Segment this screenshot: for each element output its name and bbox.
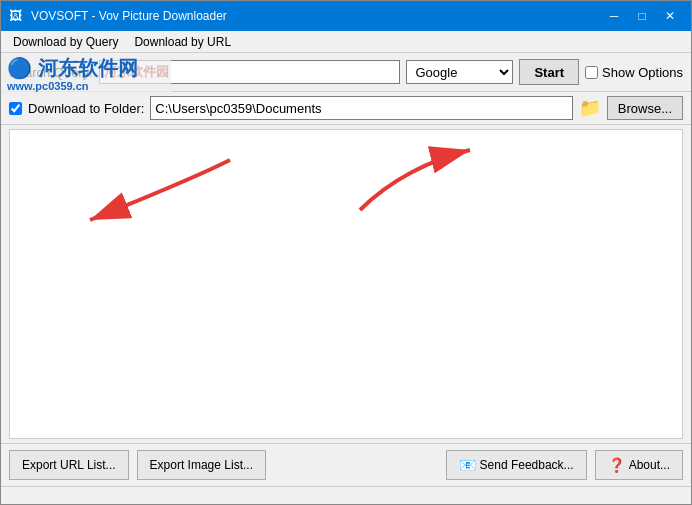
about-button[interactable]: ❓ About... bbox=[595, 450, 683, 480]
start-button[interactable]: Start bbox=[519, 59, 579, 85]
arrow-overlay bbox=[10, 130, 682, 438]
main-window: 🖼 VOVSOFT - Vov Picture Downloader ─ □ ✕… bbox=[0, 0, 692, 505]
browse-button[interactable]: Browse... bbox=[607, 96, 683, 120]
folder-row: Download to Folder: 📁 Browse... bbox=[1, 92, 691, 125]
app-icon: 🖼 bbox=[9, 8, 25, 24]
send-feedback-button[interactable]: 📧 Send Feedback... bbox=[446, 450, 587, 480]
export-url-label: Export URL List... bbox=[22, 458, 116, 472]
folder-icon[interactable]: 📁 bbox=[579, 97, 601, 119]
show-options-label: Show Options bbox=[602, 65, 683, 80]
search-engine-select[interactable]: Google Bing Yahoo DuckDuckGo bbox=[406, 60, 513, 84]
folder-path-input[interactable] bbox=[150, 96, 572, 120]
export-url-button[interactable]: Export URL List... bbox=[9, 450, 129, 480]
download-to-folder-label: Download to Folder: bbox=[28, 101, 144, 116]
export-image-label: Export Image List... bbox=[150, 458, 253, 472]
menu-bar: Download by Query Download by URL bbox=[1, 31, 691, 53]
export-image-button[interactable]: Export Image List... bbox=[137, 450, 266, 480]
show-options-area: Show Options bbox=[585, 65, 683, 80]
menu-download-by-url[interactable]: Download by URL bbox=[126, 33, 239, 51]
menu-download-by-query[interactable]: Download by Query bbox=[5, 33, 126, 51]
window-controls: ─ □ ✕ bbox=[601, 5, 683, 27]
main-content-area bbox=[9, 129, 683, 439]
status-bar bbox=[1, 486, 691, 504]
feedback-icon: 📧 bbox=[459, 457, 476, 473]
maximize-button[interactable]: □ bbox=[629, 5, 655, 27]
bottom-bar: Export URL List... Export Image List... … bbox=[1, 443, 691, 486]
search-query-label: Search Query: bbox=[9, 65, 93, 80]
search-toolbar: Search Query: Google Bing Yahoo DuckDuck… bbox=[1, 53, 691, 92]
window-title: VOVSOFT - Vov Picture Downloader bbox=[31, 9, 601, 23]
minimize-button[interactable]: ─ bbox=[601, 5, 627, 27]
about-label: About... bbox=[629, 458, 670, 472]
about-icon: ❓ bbox=[608, 457, 625, 473]
show-options-checkbox[interactable] bbox=[585, 66, 598, 79]
send-feedback-label: Send Feedback... bbox=[480, 458, 574, 472]
search-input[interactable] bbox=[99, 60, 401, 84]
download-to-folder-checkbox[interactable] bbox=[9, 102, 22, 115]
title-bar: 🖼 VOVSOFT - Vov Picture Downloader ─ □ ✕ bbox=[1, 1, 691, 31]
close-button[interactable]: ✕ bbox=[657, 5, 683, 27]
